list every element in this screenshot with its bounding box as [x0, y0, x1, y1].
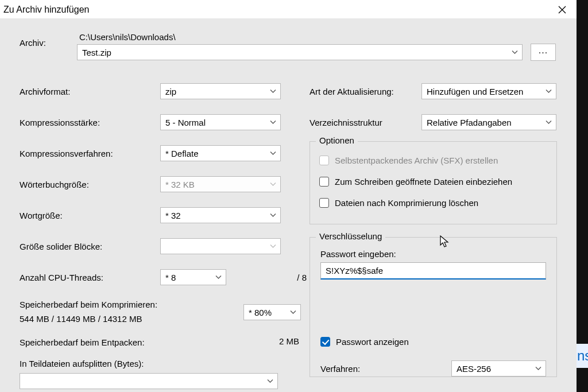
close-icon [558, 6, 566, 14]
level-combo[interactable]: 5 - Normal [160, 114, 281, 130]
chevron-down-icon [290, 311, 296, 315]
mem-compress-detail: 544 MB / 11449 MB / 14312 MB [20, 313, 226, 324]
encrypt-legend: Verschlüsselung [316, 231, 385, 241]
background-strip: ns [577, 0, 588, 392]
window-title: Zu Archiv hinzufügen [3, 5, 89, 15]
dict-label: Wörterbuchgröße: [20, 169, 160, 200]
dict-combo[interactable]: * 32 KB [160, 176, 281, 192]
shared-label: Zum Schreiben geöffnete Dateien einbezie… [335, 177, 512, 187]
update-combo[interactable]: Hinzufügen und Ersetzen [421, 83, 556, 99]
format-combo[interactable]: zip [160, 83, 281, 99]
word-combo[interactable]: * 32 [160, 207, 281, 223]
chevron-down-icon [535, 367, 541, 371]
chevron-down-icon [546, 90, 552, 94]
chevron-down-icon [270, 152, 276, 156]
close-button[interactable] [554, 2, 571, 17]
method-combo[interactable]: * Deflate [160, 145, 281, 161]
paths-combo[interactable]: Relative Pfadangaben [421, 114, 556, 130]
archive-filename-combo[interactable]: Test.zip [77, 44, 523, 60]
chevron-down-icon [512, 51, 518, 55]
block-combo[interactable] [160, 238, 281, 254]
format-label: Archivformat: [20, 76, 160, 107]
password-input[interactable] [320, 262, 546, 280]
archive-path: C:\Users\nils\Downloads\ [77, 32, 523, 44]
browse-button[interactable]: ... [531, 44, 556, 61]
chevron-down-icon [270, 121, 276, 125]
sfx-checkbox [319, 156, 329, 165]
enc-method-combo[interactable]: AES-256 [451, 360, 546, 377]
archive-label: Archiv: [20, 32, 77, 48]
level-label: Kompressionsstärke: [20, 107, 160, 138]
chevron-down-icon [270, 183, 276, 187]
delete-label: Dateien nach Komprimierung löschen [335, 198, 478, 208]
password-label: Passwort eingeben: [320, 249, 546, 259]
sfx-label: Selbstentpackendes Archiv (SFX) erstelle… [335, 156, 498, 165]
options-legend: Optionen [316, 135, 358, 145]
mem-decompress-label: Speicherbedarf beim Entpacken: [20, 336, 226, 347]
titlebar: Zu Archiv hinzufügen [0, 0, 577, 18]
show-password-label: Passwort anzeigen [336, 337, 409, 347]
enc-method-label: Verfahren: [320, 364, 451, 374]
show-password-checkbox[interactable] [320, 337, 330, 347]
mem-compress-label: Speicherbedarf beim Komprimieren: [20, 298, 226, 309]
split-label: In Teildateien aufsplitten (Bytes): [20, 359, 307, 368]
shared-checkbox[interactable] [319, 177, 329, 187]
chevron-down-icon [546, 121, 552, 125]
method-label: Kompressionsverfahren: [20, 138, 160, 169]
word-label: Wortgröße: [20, 200, 160, 231]
threads-combo[interactable]: * 8 [160, 269, 226, 285]
block-label: Größe solider Blöcke: [20, 231, 160, 262]
update-label: Art der Aktualisierung: [310, 87, 421, 96]
paths-label: Verzeichnisstruktur [310, 118, 421, 127]
chevron-down-icon [267, 379, 273, 383]
chevron-down-icon [215, 275, 222, 280]
threads-label: Anzahl CPU-Threads: [20, 262, 160, 293]
partial-link: ns [577, 344, 588, 368]
chevron-down-icon [270, 244, 276, 249]
chevron-down-icon [270, 90, 276, 94]
split-combo[interactable] [20, 373, 278, 389]
chevron-down-icon [270, 214, 276, 218]
delete-checkbox[interactable] [319, 198, 329, 208]
mem-percent-combo[interactable]: * 80% [243, 304, 301, 320]
